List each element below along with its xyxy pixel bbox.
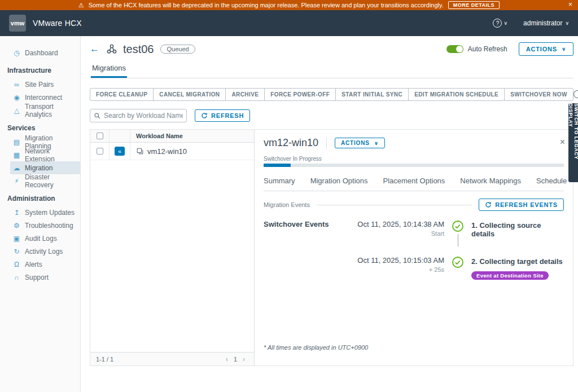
pagination-range: 1-1 / 1 bbox=[96, 356, 113, 363]
sidebar-item-label: Interconnect bbox=[25, 94, 62, 102]
sidebar-item-alerts[interactable]: Ω Alerts bbox=[0, 258, 80, 271]
tab-schedule[interactable]: Schedule bbox=[536, 177, 567, 191]
sidebar-item-label: Disaster Recovery bbox=[25, 173, 80, 189]
table-row[interactable]: « vm12-win10 bbox=[90, 143, 254, 160]
sidebar-item-label: Transport Analytics bbox=[25, 103, 80, 118]
refresh-events-button[interactable]: REFRESH EVENTS bbox=[479, 199, 564, 211]
switch-to-legacy-display-tab[interactable]: SWITCH TO LEGACY DISPLAY bbox=[568, 103, 578, 182]
tab-summary[interactable]: Summary bbox=[264, 177, 295, 191]
switchover-now-button[interactable]: SWITCHOVER NOW bbox=[504, 88, 573, 101]
refresh-button[interactable]: REFRESH bbox=[195, 109, 250, 122]
sidebar-section-administration: Administration bbox=[0, 195, 80, 202]
switchover-progress-bar bbox=[264, 164, 564, 167]
banner-text: Some of the HCX features will be depreca… bbox=[89, 2, 444, 8]
search-input[interactable] bbox=[104, 112, 183, 120]
detail-tabs: Summary Migration Options Placement Opti… bbox=[264, 177, 564, 191]
audit-logs-icon: ▣ bbox=[12, 235, 21, 243]
workload-table: Workload Name « bbox=[90, 130, 255, 365]
event-label: 1. Collecting source details bbox=[471, 221, 564, 238]
mobility-group-icon bbox=[106, 43, 117, 55]
vmware-hcx-app: ⚠ Some of the HCX features will be depre… bbox=[0, 0, 578, 392]
detail-actions-button[interactable]: ACTIONS ∨ bbox=[335, 138, 385, 148]
page-actions-button[interactable]: ACTIONS ∨ bbox=[519, 42, 573, 56]
timeline-connector bbox=[458, 234, 458, 246]
table-header-row: Workload Name bbox=[90, 130, 254, 143]
refresh-icon bbox=[201, 112, 208, 119]
auto-refresh-label: Auto Refresh bbox=[468, 45, 507, 53]
include-archived-toggle[interactable] bbox=[573, 90, 578, 98]
tab-network-mappings[interactable]: Network Mappings bbox=[460, 177, 521, 191]
refresh-events-label: REFRESH EVENTS bbox=[495, 201, 558, 208]
force-power-off-button[interactable]: FORCE POWER-OFF bbox=[264, 88, 336, 101]
select-all-checkbox[interactable] bbox=[97, 133, 103, 139]
sidebar-item-troubleshooting[interactable]: ⚙ Troubleshooting bbox=[0, 219, 80, 232]
events-timeline: Oct 11, 2025, 10:14:38 AM Start bbox=[347, 220, 564, 280]
migration-planning-icon: ▤ bbox=[12, 138, 21, 146]
app-header: vmw VMware HCX ? ∨ administrator ∨ bbox=[0, 10, 578, 36]
edit-migration-schedule-button[interactable]: EDIT MIGRATION SCHEDULE bbox=[408, 88, 505, 101]
column-header-workload-name: Workload Name bbox=[130, 133, 183, 139]
switchover-events-label: Switchover Events bbox=[264, 220, 347, 280]
chevron-down-icon: ∨ bbox=[503, 20, 507, 26]
tab-placement-options[interactable]: Placement Options bbox=[383, 177, 445, 191]
sidebar-item-transport-analytics[interactable]: △ Transport Analytics bbox=[0, 104, 80, 117]
actions-label: ACTIONS bbox=[526, 46, 557, 52]
sidebar-item-support[interactable]: ∩ Support bbox=[0, 271, 80, 284]
transport-analytics-icon: △ bbox=[12, 107, 21, 114]
vmware-logo: vmw bbox=[9, 15, 26, 32]
sidebar-item-label: Alerts bbox=[25, 261, 42, 268]
system-updates-icon: ↥ bbox=[12, 209, 21, 217]
sidebar-item-label: Network Extension bbox=[25, 147, 80, 163]
cancel-migration-button[interactable]: CANCEL MIGRATION bbox=[153, 88, 226, 101]
user-menu[interactable]: administrator ∨ bbox=[523, 19, 569, 27]
auto-refresh-toggle[interactable] bbox=[446, 45, 463, 53]
collapse-row-icon[interactable]: « bbox=[115, 147, 125, 156]
chevron-down-icon: ∨ bbox=[562, 46, 566, 52]
banner-close-icon[interactable]: × bbox=[568, 1, 572, 8]
start-initial-sync-button[interactable]: START INITIAL SYNC bbox=[335, 88, 409, 101]
sidebar-item-network-extension[interactable]: ▦ Network Extension bbox=[0, 148, 80, 161]
sidebar-section-services: Services bbox=[0, 124, 80, 132]
sidebar-item-label: Audit Logs bbox=[25, 235, 57, 243]
sidebar-item-disaster-recovery[interactable]: ⚡ Disaster Recovery bbox=[0, 174, 80, 187]
workload-search bbox=[90, 109, 187, 122]
close-panel-icon[interactable]: × bbox=[560, 138, 565, 147]
more-details-button[interactable]: MORE DETAILS bbox=[448, 1, 500, 9]
migration-toolbar: FORCE CLEANUP CANCEL MIGRATION ARCHIVE F… bbox=[90, 86, 573, 102]
main-content: ← test06 Queued Auto Refresh ACTIONS ∨ bbox=[81, 36, 578, 392]
tab-migration-options[interactable]: Migration Options bbox=[310, 177, 368, 191]
sidebar-item-label: Activity Logs bbox=[25, 248, 63, 256]
event-badge: Event at Destination Site bbox=[471, 271, 549, 280]
tab-migrations[interactable]: Migrations bbox=[91, 64, 127, 78]
sidebar-item-activity-logs[interactable]: ↻ Activity Logs bbox=[0, 245, 80, 258]
help-icon: ? bbox=[493, 19, 502, 28]
refresh-label: REFRESH bbox=[211, 112, 244, 119]
sidebar-item-system-updates[interactable]: ↥ System Updates bbox=[0, 206, 80, 219]
force-cleanup-button[interactable]: FORCE CLEANUP bbox=[90, 88, 154, 101]
table-pagination: 1-1 / 1 ‹ 1 › bbox=[90, 352, 254, 365]
help-menu[interactable]: ? ∨ bbox=[493, 19, 507, 28]
archive-button[interactable]: ARCHIVE bbox=[225, 88, 265, 101]
support-icon: ∩ bbox=[12, 274, 21, 281]
deprecation-banner: ⚠ Some of the HCX features will be depre… bbox=[0, 0, 578, 10]
sidebar: ◷ Dashboard Infrastructure ∞ Site Pairs … bbox=[0, 36, 81, 392]
event-label: 2. Collecting target details bbox=[471, 257, 564, 266]
vm-icon bbox=[136, 147, 144, 155]
interconnect-icon: ◉ bbox=[12, 94, 21, 102]
sidebar-item-dashboard[interactable]: ◷ Dashboard bbox=[0, 46, 80, 59]
migration-detail-panel: × vm12-win10 ACTIONS ∨ Switchover In Pro… bbox=[255, 130, 573, 365]
sidebar-item-label: Site Pairs bbox=[25, 81, 54, 89]
app-title: VMware HCX bbox=[33, 19, 82, 28]
next-page-icon[interactable]: › bbox=[239, 355, 248, 363]
row-checkbox[interactable] bbox=[97, 148, 103, 155]
page-tabs: Migrations bbox=[90, 63, 573, 78]
alerts-icon: Ω bbox=[12, 261, 21, 268]
migrations-content: Workload Name « bbox=[90, 129, 573, 366]
event-elapsed: + 25s bbox=[347, 266, 444, 273]
sidebar-item-site-pairs[interactable]: ∞ Site Pairs bbox=[0, 78, 80, 91]
previous-page-icon[interactable]: ‹ bbox=[222, 355, 231, 363]
back-button[interactable]: ← bbox=[90, 43, 99, 55]
actions-label: ACTIONS bbox=[341, 140, 370, 146]
sidebar-item-audit-logs[interactable]: ▣ Audit Logs bbox=[0, 232, 80, 245]
search-icon bbox=[94, 112, 101, 120]
